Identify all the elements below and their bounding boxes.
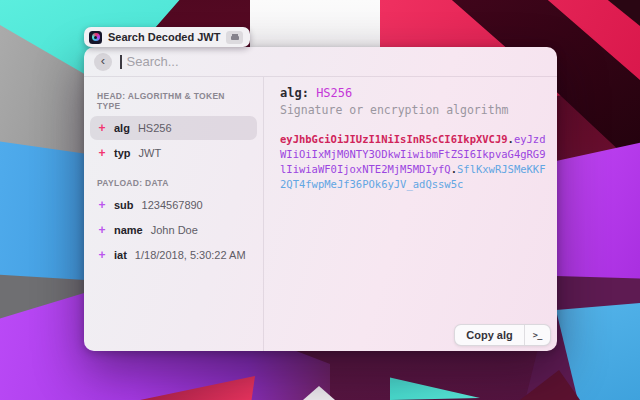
list-item-typ[interactable]: + typ JWT: [90, 141, 257, 165]
list-item-name[interactable]: + name John Doe: [90, 218, 257, 242]
jwt-extension-icon: [89, 31, 102, 44]
plus-icon: +: [98, 248, 106, 262]
jwt-token-text: eyJhbGciOiJIUzI1NiIsInR5cCI6IkpXVCJ9.eyJ…: [280, 132, 549, 192]
list-item-key: name: [114, 224, 143, 236]
list-item-iat[interactable]: + iat 1/18/2018, 5:30:22 AM: [90, 243, 257, 267]
list-item-key: sub: [114, 199, 134, 211]
text-cursor: [120, 55, 122, 69]
result-list: HEAD: ALGORITHM & TOKEN TYPE + alg HS256…: [84, 77, 264, 351]
list-item-value: 1/18/2018, 5:30:22 AM: [135, 249, 246, 261]
terminal-prompt-icon: >_: [533, 330, 542, 340]
detail-subtitle: Signature or encryption algorithm: [280, 103, 549, 117]
window-body: HEAD: ALGORITHM & TOKEN TYPE + alg HS256…: [84, 77, 557, 351]
list-item-value: 1234567890: [142, 199, 203, 211]
chevron-left-icon: ‹: [101, 54, 105, 67]
plus-icon: +: [98, 121, 106, 135]
wallpaper-shape-purple-right: [556, 140, 640, 280]
pin-icon: [231, 36, 239, 40]
search-bar: ‹ Search...: [84, 47, 557, 77]
list-item-value: JWT: [139, 147, 162, 159]
actions-shortcut-button[interactable]: >_: [525, 325, 550, 345]
section-header-head: HEAD: ALGORITHM & TOKEN TYPE: [97, 91, 250, 111]
action-button-group[interactable]: Copy alg >_: [454, 324, 551, 346]
list-item-key: alg: [114, 122, 130, 134]
copy-alg-button[interactable]: Copy alg: [455, 325, 523, 345]
list-item-alg[interactable]: + alg HS256: [90, 116, 257, 140]
plus-icon: +: [98, 146, 106, 160]
list-item-key: iat: [114, 249, 127, 261]
detail-value: HS256: [316, 86, 352, 100]
command-tab-title: Search Decoded JWT: [108, 31, 220, 43]
pin-button[interactable]: [226, 31, 243, 44]
command-tab[interactable]: Search Decoded JWT: [84, 27, 250, 47]
plus-icon: +: [98, 198, 106, 212]
plus-icon: +: [98, 223, 106, 237]
list-item-value: HS256: [138, 122, 172, 134]
jwt-decoder-window: ‹ Search... HEAD: ALGORITHM & TOKEN TYPE…: [84, 47, 557, 351]
detail-key: alg:: [280, 86, 309, 100]
search-input[interactable]: Search...: [127, 54, 179, 69]
list-item-value: John Doe: [151, 224, 198, 236]
back-button[interactable]: ‹: [94, 53, 112, 71]
detail-title: alg: HS256: [280, 86, 549, 100]
list-item-key: typ: [114, 147, 131, 159]
detail-panel: alg: HS256 Signature or encryption algor…: [264, 77, 557, 351]
section-header-payload: PAYLOAD: DATA: [97, 178, 250, 188]
jwt-token-header: eyJhbGciOiJIUzI1NiIsInR5cCI6IkpXVCJ9: [280, 133, 508, 145]
list-item-sub[interactable]: + sub 1234567890: [90, 193, 257, 217]
